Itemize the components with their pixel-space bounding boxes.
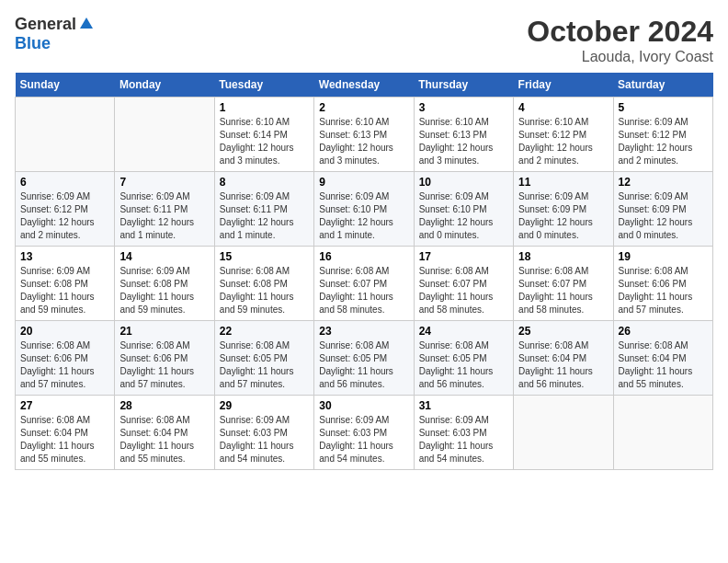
day-info: Sunrise: 6:08 AM Sunset: 6:06 PM Dayligh… — [119, 339, 209, 391]
day-info: Sunrise: 6:08 AM Sunset: 6:07 PM Dayligh… — [419, 265, 508, 316]
calendar-cell: 27Sunrise: 6:08 AM Sunset: 6:04 PM Dayli… — [16, 396, 115, 470]
calendar-cell — [16, 98, 115, 172]
calendar-cell: 24Sunrise: 6:08 AM Sunset: 6:05 PM Dayli… — [414, 321, 513, 396]
day-info: Sunrise: 6:09 AM Sunset: 6:11 PM Dayligh… — [119, 190, 209, 242]
day-number: 27 — [20, 399, 109, 412]
day-number: 29 — [220, 399, 309, 412]
day-info: Sunrise: 6:09 AM Sunset: 6:08 PM Dayligh… — [119, 265, 209, 316]
day-info: Sunrise: 6:10 AM Sunset: 6:12 PM Dayligh… — [518, 116, 608, 167]
calendar-cell: 21Sunrise: 6:08 AM Sunset: 6:06 PM Dayli… — [115, 321, 214, 396]
weekday-header-row: SundayMondayTuesdayWednesdayThursdayFrid… — [16, 73, 713, 98]
calendar-cell: 5Sunrise: 6:09 AM Sunset: 6:12 PM Daylig… — [613, 98, 712, 172]
weekday-header-monday: Monday — [115, 73, 214, 98]
calendar-cell: 17Sunrise: 6:08 AM Sunset: 6:07 PM Dayli… — [414, 247, 513, 321]
day-number: 1 — [220, 101, 309, 114]
calendar-cell: 1Sunrise: 6:10 AM Sunset: 6:14 PM Daylig… — [214, 98, 313, 172]
calendar-title: October 2024 — [527, 15, 713, 49]
day-number: 6 — [20, 176, 109, 189]
day-info: Sunrise: 6:08 AM Sunset: 6:04 PM Dayligh… — [619, 339, 708, 391]
calendar-table: SundayMondayTuesdayWednesdayThursdayFrid… — [15, 73, 713, 470]
calendar-cell: 7Sunrise: 6:09 AM Sunset: 6:11 PM Daylig… — [115, 172, 214, 247]
calendar-cell: 3Sunrise: 6:10 AM Sunset: 6:13 PM Daylig… — [414, 98, 513, 172]
day-number: 17 — [419, 250, 508, 263]
day-number: 20 — [20, 325, 109, 338]
week-row-4: 27Sunrise: 6:08 AM Sunset: 6:04 PM Dayli… — [16, 396, 713, 470]
day-info: Sunrise: 6:08 AM Sunset: 6:05 PM Dayligh… — [419, 339, 508, 391]
day-number: 8 — [220, 176, 309, 189]
calendar-cell: 11Sunrise: 6:09 AM Sunset: 6:09 PM Dayli… — [514, 172, 613, 247]
calendar-cell — [115, 98, 214, 172]
week-row-3: 20Sunrise: 6:08 AM Sunset: 6:06 PM Dayli… — [16, 321, 713, 396]
day-info: Sunrise: 6:09 AM Sunset: 6:10 PM Dayligh… — [419, 190, 508, 242]
day-info: Sunrise: 6:09 AM Sunset: 6:11 PM Dayligh… — [220, 190, 309, 242]
day-number: 9 — [319, 176, 408, 189]
logo-general-text: General — [15, 15, 76, 34]
day-info: Sunrise: 6:08 AM Sunset: 6:04 PM Dayligh… — [518, 339, 608, 391]
calendar-cell: 30Sunrise: 6:09 AM Sunset: 6:03 PM Dayli… — [314, 396, 414, 470]
calendar-cell: 14Sunrise: 6:09 AM Sunset: 6:08 PM Dayli… — [115, 247, 214, 321]
day-number: 4 — [518, 101, 608, 114]
day-info: Sunrise: 6:09 AM Sunset: 6:03 PM Dayligh… — [220, 414, 309, 465]
day-info: Sunrise: 6:10 AM Sunset: 6:14 PM Dayligh… — [220, 116, 309, 167]
week-row-2: 13Sunrise: 6:09 AM Sunset: 6:08 PM Dayli… — [16, 247, 713, 321]
day-info: Sunrise: 6:08 AM Sunset: 6:06 PM Dayligh… — [20, 339, 109, 391]
day-number: 13 — [20, 250, 109, 263]
calendar-cell: 6Sunrise: 6:09 AM Sunset: 6:12 PM Daylig… — [16, 172, 115, 247]
day-number: 14 — [119, 250, 209, 263]
day-info: Sunrise: 6:09 AM Sunset: 6:12 PM Dayligh… — [619, 116, 708, 167]
calendar-cell: 28Sunrise: 6:08 AM Sunset: 6:04 PM Dayli… — [115, 396, 214, 470]
calendar-cell: 31Sunrise: 6:09 AM Sunset: 6:03 PM Dayli… — [414, 396, 513, 470]
day-number: 23 — [319, 325, 408, 338]
day-number: 18 — [518, 250, 608, 263]
day-info: Sunrise: 6:09 AM Sunset: 6:03 PM Dayligh… — [419, 414, 508, 465]
day-number: 3 — [419, 101, 508, 114]
day-number: 16 — [319, 250, 408, 263]
day-info: Sunrise: 6:08 AM Sunset: 6:06 PM Dayligh… — [619, 265, 708, 316]
header: General Blue October 2024 Laouda, Ivory … — [15, 15, 713, 65]
calendar-cell: 15Sunrise: 6:08 AM Sunset: 6:08 PM Dayli… — [214, 247, 313, 321]
calendar-cell: 26Sunrise: 6:08 AM Sunset: 6:04 PM Dayli… — [613, 321, 712, 396]
calendar-cell: 25Sunrise: 6:08 AM Sunset: 6:04 PM Dayli… — [514, 321, 613, 396]
day-info: Sunrise: 6:09 AM Sunset: 6:03 PM Dayligh… — [319, 414, 408, 465]
calendar-cell: 4Sunrise: 6:10 AM Sunset: 6:12 PM Daylig… — [514, 98, 613, 172]
calendar-cell: 20Sunrise: 6:08 AM Sunset: 6:06 PM Dayli… — [16, 321, 115, 396]
day-info: Sunrise: 6:09 AM Sunset: 6:12 PM Dayligh… — [20, 190, 109, 242]
calendar-cell: 18Sunrise: 6:08 AM Sunset: 6:07 PM Dayli… — [514, 247, 613, 321]
day-number: 7 — [119, 176, 209, 189]
day-number: 31 — [419, 399, 508, 412]
title-area: October 2024 Laouda, Ivory Coast — [527, 15, 713, 65]
calendar-cell: 16Sunrise: 6:08 AM Sunset: 6:07 PM Dayli… — [314, 247, 414, 321]
day-number: 25 — [518, 325, 608, 338]
calendar-cell — [514, 396, 613, 470]
day-number: 10 — [419, 176, 508, 189]
weekday-header-thursday: Thursday — [414, 73, 513, 98]
day-number: 12 — [619, 176, 708, 189]
logo: General Blue — [15, 15, 95, 53]
day-info: Sunrise: 6:09 AM Sunset: 6:08 PM Dayligh… — [20, 265, 109, 316]
day-number: 24 — [419, 325, 508, 338]
calendar-cell: 23Sunrise: 6:08 AM Sunset: 6:05 PM Dayli… — [314, 321, 414, 396]
day-number: 22 — [220, 325, 309, 338]
weekday-header-saturday: Saturday — [613, 73, 712, 98]
day-info: Sunrise: 6:09 AM Sunset: 6:09 PM Dayligh… — [518, 190, 608, 242]
day-info: Sunrise: 6:08 AM Sunset: 6:07 PM Dayligh… — [518, 265, 608, 316]
calendar-cell: 19Sunrise: 6:08 AM Sunset: 6:06 PM Dayli… — [613, 247, 712, 321]
calendar-cell: 22Sunrise: 6:08 AM Sunset: 6:05 PM Dayli… — [214, 321, 313, 396]
day-info: Sunrise: 6:09 AM Sunset: 6:10 PM Dayligh… — [319, 190, 408, 242]
calendar-cell: 2Sunrise: 6:10 AM Sunset: 6:13 PM Daylig… — [314, 98, 414, 172]
day-number: 2 — [319, 101, 408, 114]
svg-marker-0 — [80, 17, 93, 29]
day-info: Sunrise: 6:10 AM Sunset: 6:13 PM Dayligh… — [319, 116, 408, 167]
day-number: 5 — [619, 101, 708, 114]
day-info: Sunrise: 6:10 AM Sunset: 6:13 PM Dayligh… — [419, 116, 508, 167]
day-number: 11 — [518, 176, 608, 189]
day-info: Sunrise: 6:08 AM Sunset: 6:04 PM Dayligh… — [20, 414, 109, 465]
day-info: Sunrise: 6:08 AM Sunset: 6:07 PM Dayligh… — [319, 265, 408, 316]
calendar-cell — [613, 396, 712, 470]
week-row-1: 6Sunrise: 6:09 AM Sunset: 6:12 PM Daylig… — [16, 172, 713, 247]
day-info: Sunrise: 6:08 AM Sunset: 6:08 PM Dayligh… — [220, 265, 309, 316]
weekday-header-friday: Friday — [514, 73, 613, 98]
day-number: 30 — [319, 399, 408, 412]
day-number: 28 — [119, 399, 209, 412]
day-info: Sunrise: 6:08 AM Sunset: 6:05 PM Dayligh… — [319, 339, 408, 391]
